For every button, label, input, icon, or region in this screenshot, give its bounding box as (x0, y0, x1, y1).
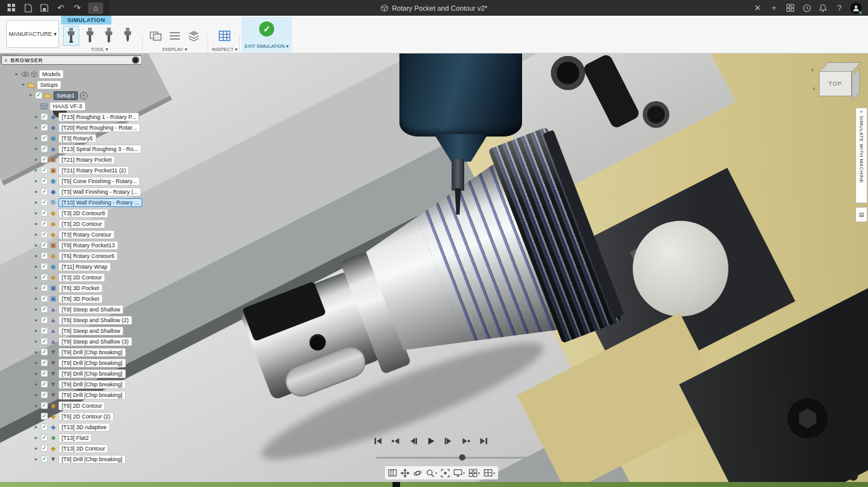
operation-label[interactable]: [T3] 2D Contour (58, 273, 105, 282)
undo-icon[interactable]: ↶ (55, 3, 66, 13)
previous-operation-button[interactable] (387, 434, 404, 449)
expand-arrow-icon[interactable]: ▸ (33, 328, 39, 333)
expand-arrow-icon[interactable]: ▸ (33, 296, 39, 301)
operation-row[interactable]: ▸ ✓ ▲ [T8] Steep and Shallow (33, 304, 147, 315)
operation-row[interactable]: ▸ ✓ ▲ [T8] Steep and Shallow (3) (33, 336, 147, 347)
operation-row[interactable]: ▸ ✓ ▼ [T9] Drill [Chip breaking] (33, 347, 147, 357)
operation-label[interactable]: [T13] Roughing 1 - Rotary P... (58, 113, 139, 121)
expand-arrow-icon[interactable]: ▸ (33, 381, 39, 387)
operation-label[interactable]: [T13] Flat2 (58, 434, 92, 442)
operation-label[interactable]: [T10] Wall Finishing - Rotary ... (58, 198, 142, 207)
visibility-toggle-icon[interactable] (132, 57, 139, 64)
operation-label[interactable]: [T8] 3D Pocket (58, 284, 103, 293)
operation-label[interactable]: [T21] Rotary Pocket11 (2) (58, 166, 129, 175)
timeline-handle[interactable] (459, 454, 465, 461)
operation-check-icon[interactable]: ✓ (41, 113, 48, 120)
setups-label[interactable]: Setups (37, 81, 61, 89)
pan-icon[interactable] (399, 467, 411, 479)
operation-label[interactable]: [T6] 2D Contour (2) (58, 412, 114, 421)
document-tab[interactable]: Rotary Pocket and Contour v2* (381, 0, 487, 16)
operation-row[interactable]: ▸ ✓ ▼ [T9] Drill [Chip breaking] (33, 379, 147, 389)
operation-label[interactable]: [T13] 2D Contour (58, 444, 108, 453)
operation-check-icon[interactable]: ✓ (41, 188, 48, 195)
operation-check-icon[interactable]: ✓ (41, 359, 48, 366)
operation-row[interactable]: ▸ ✓ ▲ [T8] Steep and Shallow (33, 325, 147, 336)
fit-icon[interactable] (440, 467, 451, 479)
operation-check-icon[interactable]: ✓ (41, 284, 48, 291)
operation-label[interactable]: [T8] Steep and Shallow (58, 327, 123, 335)
operation-row[interactable]: ▸ ✓ ◆ [T3] 2D Contour (33, 272, 147, 283)
operation-check-icon[interactable]: ✓ (41, 263, 48, 270)
expand-arrow-icon[interactable]: ▸ (33, 242, 39, 248)
operation-label[interactable]: [T9] Drill [Chip breaking] (58, 348, 126, 357)
simulate-with-machine-tab[interactable]: « SIMULATE WITH MACHINE (855, 108, 867, 203)
operation-row[interactable]: ▸ ✓ ◆ [T13] 2D Contour (33, 443, 147, 454)
operation-row[interactable]: ▸ ✓ ▼ [T9] Drill [Chip breaking] (33, 357, 147, 368)
grid-icon[interactable]: ▾ (467, 467, 481, 479)
operation-label[interactable]: [T8] 3D Pocket (58, 294, 103, 303)
operation-row[interactable]: ▸ ✓ ▼ [T9] Drill [Chip breaking] (33, 368, 147, 379)
expand-arrow-icon[interactable]: ▸ (33, 125, 39, 130)
operation-row[interactable]: ▸ ✓ ◆ [T3] Wall Finishing - Rotary (... (33, 186, 147, 197)
3d-viewport[interactable]: TOP z x « SIMULATE WITH MACHINE ▤ « BROW… (0, 53, 868, 482)
operation-row[interactable]: ▸ ✓ ◆ [T6] 2D Contour (2) (33, 411, 147, 422)
operation-label[interactable]: [T9] Drill [Chip breaking] (58, 455, 126, 464)
operation-label[interactable]: [T3] Rotary Contour (58, 230, 114, 239)
display-group-caption[interactable]: DISPLAY ▾ (146, 47, 204, 52)
display-images-icon[interactable] (148, 26, 164, 46)
operation-label[interactable]: [T8] Steep and Shallow (58, 305, 123, 314)
operation-row[interactable]: ▸ ✓ ▣ [T8] 3D Pocket (33, 293, 147, 304)
operation-check-icon[interactable]: ✓ (41, 220, 48, 227)
operation-row[interactable]: ▸ ✓ ◆ [T3] Rotary Contour (33, 229, 147, 240)
expand-arrow-icon[interactable]: ▸ (33, 146, 39, 152)
operation-label[interactable]: [T6] Rotary Contour6 (58, 252, 118, 260)
operation-check-icon[interactable]: ✓ (41, 349, 48, 355)
operation-label[interactable]: [T20] Rest Roughing - Rotar... (58, 123, 140, 132)
orbit-icon[interactable] (412, 467, 423, 479)
operation-check-icon[interactable]: ✓ (41, 391, 48, 398)
operation-label[interactable]: [T9] Drill [Chip breaking] (58, 380, 126, 389)
display-layers-icon[interactable] (186, 26, 202, 46)
expand-arrow-icon[interactable]: ▸ (33, 167, 39, 173)
operation-row[interactable]: ▸ ✓ ◉ [T11] Rotary Wrap (33, 261, 147, 272)
expand-arrow-icon[interactable]: ▸ (33, 317, 39, 323)
redo-icon[interactable]: ↷ (72, 3, 82, 13)
avatar[interactable] (850, 3, 862, 14)
display-settings-icon[interactable]: ▾ (452, 467, 466, 479)
expand-arrow-icon[interactable]: ▸ (33, 189, 39, 194)
expand-arrow-icon[interactable]: ▾ (28, 92, 33, 98)
new-tab-icon[interactable]: + (769, 3, 779, 13)
operation-label[interactable]: [T11] Rotary Wrap (58, 262, 111, 271)
view-cube-front-face[interactable]: TOP (819, 71, 852, 96)
operation-check-icon[interactable]: ✓ (41, 445, 48, 452)
operation-row[interactable]: ▸ ✓ ⚙ [T10] Wall Finishing - Rotary ... (33, 197, 147, 208)
operation-row[interactable]: ▸ ✓ ◆ [T6] Rotary Contour6 (33, 250, 147, 261)
operation-label[interactable]: [T3] Rotary5 (58, 134, 96, 143)
operation-row[interactable]: ▸ ✓ ◉ [T3] Rotary5 (33, 133, 147, 143)
operation-row[interactable]: ▸ ✓ ▼ [T9] Drill [Chip breaking] (33, 454, 147, 464)
operation-check-icon[interactable]: ✓ (41, 295, 48, 302)
operation-row[interactable]: ▸ ✓ ◆ [T3] 2D Contour (33, 218, 147, 229)
help-icon[interactable]: ? (834, 3, 845, 13)
operation-check-icon[interactable]: ✓ (41, 434, 48, 441)
close-icon[interactable]: ✕ (752, 3, 763, 13)
add-operation-icon[interactable]: + (80, 92, 87, 99)
expand-arrow-icon[interactable]: ▸ (33, 178, 39, 184)
tree-item-setups[interactable]: ▾ Setups (1, 79, 147, 90)
operation-label[interactable]: [T8] Steep and Shallow (3) (58, 337, 132, 346)
home-icon[interactable]: ⌂ (88, 3, 103, 14)
operation-row[interactable]: ▸ ✓ ▣ [T21] Rotary Pocket11 (2) (33, 165, 147, 176)
inspect-table-icon[interactable] (216, 26, 233, 46)
operation-check-icon[interactable]: ✓ (41, 306, 48, 313)
expand-arrow-icon[interactable]: ▸ (33, 349, 39, 355)
operation-check-icon[interactable]: ✓ (41, 327, 48, 334)
operation-check-icon[interactable]: ✓ (41, 316, 48, 323)
operation-row[interactable]: ▸ ✓ ▼ [T9] Drill [Chip breaking] (33, 389, 147, 400)
operation-check-icon[interactable]: ✓ (41, 402, 48, 409)
tab-simulation[interactable]: SIMULATION (61, 16, 111, 25)
step-forward-button[interactable] (440, 434, 457, 449)
expand-arrow-icon[interactable]: ▸ (33, 456, 39, 462)
operation-label[interactable]: [T13] 3D Adaptive (58, 423, 110, 432)
go-to-end-button[interactable] (476, 434, 492, 449)
operation-check-icon[interactable]: ✓ (41, 156, 48, 163)
